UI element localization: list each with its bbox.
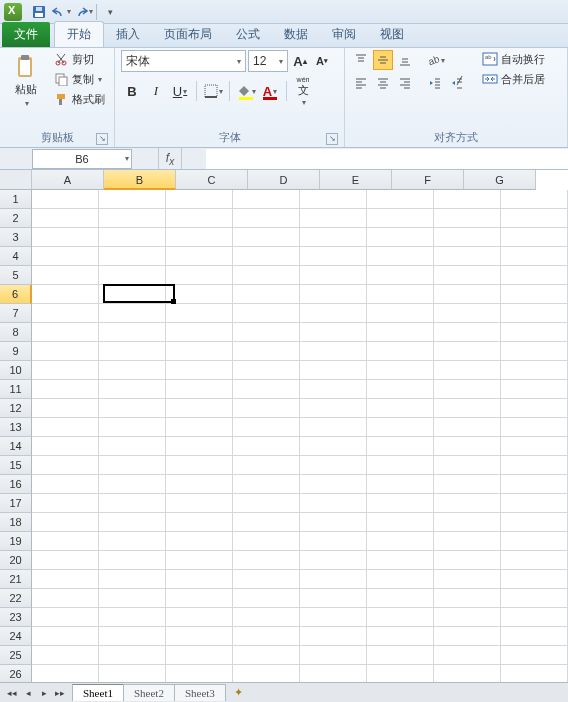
cell[interactable] [99,608,166,627]
cell[interactable] [434,646,501,665]
cell[interactable] [501,456,568,475]
cell[interactable] [32,418,99,437]
cell[interactable] [32,399,99,418]
cell[interactable] [434,399,501,418]
cell[interactable] [233,456,300,475]
row-header[interactable]: 2 [0,209,32,228]
sheet-nav-last[interactable]: ▸▸ [52,685,68,701]
italic-button[interactable]: I [145,80,167,102]
cell[interactable] [166,551,233,570]
cell[interactable] [166,589,233,608]
cell[interactable] [233,551,300,570]
cell[interactable] [32,608,99,627]
align-center-button[interactable] [373,73,393,93]
row-header[interactable]: 21 [0,570,32,589]
cell[interactable] [32,475,99,494]
cell[interactable] [367,646,434,665]
cell[interactable] [300,627,367,646]
cut-button[interactable]: 剪切 [50,50,108,68]
sheet-tab-3[interactable]: Sheet3 [174,684,226,701]
cell[interactable] [99,456,166,475]
cell[interactable] [300,304,367,323]
cell[interactable] [300,342,367,361]
redo-button[interactable]: ▾ [73,2,93,22]
cell[interactable] [501,285,568,304]
cell[interactable] [233,532,300,551]
cell[interactable] [434,627,501,646]
row-header[interactable]: 10 [0,361,32,380]
cell[interactable] [367,437,434,456]
cell[interactable] [99,304,166,323]
wrap-text-button[interactable]: ab 自动换行 [479,50,548,68]
cell[interactable] [434,285,501,304]
sheet-nav-first[interactable]: ◂◂ [4,685,20,701]
cell[interactable] [501,209,568,228]
cell[interactable] [501,494,568,513]
cell[interactable] [166,399,233,418]
cell[interactable] [99,190,166,209]
cell[interactable] [434,475,501,494]
cell[interactable] [233,247,300,266]
cell[interactable] [166,646,233,665]
cell[interactable] [99,665,166,682]
cell[interactable] [300,190,367,209]
cell[interactable] [99,494,166,513]
cell[interactable] [501,437,568,456]
cell[interactable] [367,608,434,627]
name-box[interactable]: B6▾ [32,149,132,169]
align-top-button[interactable] [351,50,371,70]
cell[interactable] [32,209,99,228]
row-header[interactable]: 1 [0,190,32,209]
paste-button[interactable]: 粘贴 ▾ [6,50,46,112]
cell[interactable] [233,627,300,646]
cell[interactable] [434,323,501,342]
cell[interactable] [501,589,568,608]
dialog-launcher[interactable]: ↘ [326,133,338,145]
cell[interactable] [32,342,99,361]
underline-button[interactable]: U▾ [169,80,191,102]
undo-button[interactable]: ▾ [51,2,71,22]
cell[interactable] [434,228,501,247]
cell[interactable] [233,475,300,494]
cell[interactable] [32,361,99,380]
cell[interactable] [434,361,501,380]
cell[interactable] [166,475,233,494]
cell[interactable] [367,589,434,608]
row-header[interactable]: 11 [0,380,32,399]
cell[interactable] [166,342,233,361]
cell[interactable] [367,456,434,475]
cell[interactable] [32,627,99,646]
cell[interactable] [32,323,99,342]
cell[interactable] [99,228,166,247]
formula-input[interactable] [206,149,568,169]
cell[interactable] [501,608,568,627]
cell[interactable] [434,190,501,209]
cell[interactable] [99,209,166,228]
align-bottom-button[interactable] [395,50,415,70]
cell[interactable] [99,475,166,494]
cell[interactable] [367,475,434,494]
cell[interactable] [501,627,568,646]
cell[interactable] [501,665,568,682]
cell[interactable] [32,551,99,570]
cell[interactable] [501,228,568,247]
cell[interactable] [233,513,300,532]
cell[interactable] [367,532,434,551]
cell[interactable] [233,190,300,209]
tab-formulas[interactable]: 公式 [224,22,272,47]
row-header[interactable]: 4 [0,247,32,266]
increase-indent-button[interactable] [447,73,467,93]
row-header[interactable]: 3 [0,228,32,247]
cell[interactable] [300,323,367,342]
row-header[interactable]: 9 [0,342,32,361]
cell[interactable] [367,570,434,589]
cell[interactable] [367,190,434,209]
row-header[interactable]: 23 [0,608,32,627]
row-header[interactable]: 8 [0,323,32,342]
merge-center-button[interactable]: 合并后居 [479,70,548,88]
cell[interactable] [166,665,233,682]
cell[interactable] [300,456,367,475]
cell[interactable] [32,285,99,304]
sheet-tab-1[interactable]: Sheet1 [72,684,124,701]
cell[interactable] [501,247,568,266]
